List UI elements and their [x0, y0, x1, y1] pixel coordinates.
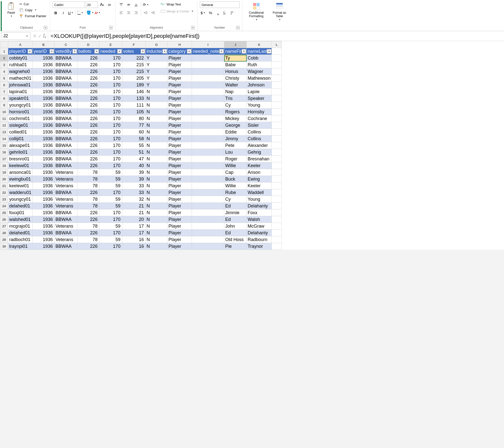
cell[interactable]: Player	[168, 135, 192, 142]
cell[interactable]	[272, 109, 282, 115]
cell[interactable]: 226	[77, 156, 99, 162]
cell[interactable]: Young	[247, 102, 272, 109]
cell[interactable]	[192, 142, 224, 149]
cell[interactable]: 170	[99, 243, 122, 250]
cell[interactable]: N	[146, 149, 168, 156]
number-format-select[interactable]	[200, 1, 240, 8]
cell[interactable]: 170	[99, 102, 122, 109]
cell[interactable]	[272, 115, 282, 122]
column-header[interactable]: C	[55, 41, 77, 48]
select-all-corner[interactable]	[0, 41, 8, 48]
column-header[interactable]: H	[168, 41, 192, 48]
enter-formula-icon[interactable]: ✓	[38, 33, 42, 39]
cell[interactable]: BBWAA	[55, 216, 77, 223]
cell[interactable]: BBWAA	[55, 135, 77, 142]
cell[interactable]: N	[146, 216, 168, 223]
cell[interactable]: Christy	[224, 75, 247, 82]
align-top-button[interactable]	[118, 1, 124, 8]
font-name-input[interactable]	[53, 1, 85, 8]
decrease-indent-button[interactable]	[143, 9, 149, 16]
cell[interactable]: Player	[168, 55, 192, 62]
cell[interactable]: keelewi01	[8, 162, 33, 169]
cell[interactable]: BBWAA	[55, 68, 77, 75]
cell[interactable]: 59	[99, 183, 122, 189]
cell[interactable]: BBWAA	[55, 189, 77, 196]
cell[interactable]: 111	[122, 102, 146, 109]
cell[interactable]: Player	[168, 115, 192, 122]
cell[interactable]: 1936	[33, 176, 55, 183]
cell[interactable]: Foxx	[247, 209, 272, 216]
cell[interactable]: Wagner	[247, 68, 272, 75]
cell[interactable]: Pete	[224, 142, 247, 149]
cell[interactable]: colliji01	[8, 135, 33, 142]
cell[interactable]: BBWAA	[55, 230, 77, 236]
dialog-launcher-icon[interactable]: ⬊	[236, 26, 240, 29]
dialog-launcher-icon[interactable]: ⬊	[191, 26, 195, 29]
row-header[interactable]: 30	[0, 243, 8, 250]
cell[interactable]: N	[146, 230, 168, 236]
cell[interactable]	[272, 48, 282, 55]
comma-format-button[interactable]: ,	[215, 9, 221, 16]
cell[interactable]: 16	[122, 243, 146, 250]
cell[interactable]: 78	[77, 223, 99, 230]
cell[interactable]	[272, 122, 282, 129]
row-header[interactable]: 18	[0, 162, 8, 169]
cell[interactable]: BBWAA	[55, 149, 77, 156]
cell[interactable]	[272, 82, 282, 88]
cell[interactable]: 1936	[33, 196, 55, 203]
cell[interactable]: 1936	[33, 189, 55, 196]
cell[interactable]: BBWAA	[55, 55, 77, 62]
cell[interactable]: Veterans	[55, 176, 77, 183]
cell[interactable]: 226	[77, 68, 99, 75]
cell[interactable]: BBWAA	[55, 88, 77, 95]
cell[interactable]	[192, 122, 224, 129]
cell[interactable]: keelewi01	[8, 183, 33, 189]
cell[interactable]	[192, 203, 224, 209]
format-painter-button[interactable]: Format Painter	[18, 13, 47, 19]
cell[interactable]: N	[146, 183, 168, 189]
cell[interactable]	[272, 243, 282, 250]
cell[interactable]	[192, 230, 224, 236]
cell[interactable]: 226	[77, 75, 99, 82]
row-header[interactable]: 3	[0, 62, 8, 68]
cell[interactable]: Honus	[224, 68, 247, 75]
cell[interactable]: Nap	[224, 88, 247, 95]
cell[interactable]: 47	[122, 156, 146, 162]
cell[interactable]: George	[224, 122, 247, 129]
cell[interactable]: Player	[168, 196, 192, 203]
cell[interactable]: 170	[99, 230, 122, 236]
table-column-header[interactable]: nameLast▼	[247, 48, 272, 55]
cell[interactable]: Walter	[224, 82, 247, 88]
cell[interactable]: speaktr01	[8, 95, 33, 102]
cell[interactable]: Cochrane	[247, 115, 272, 122]
cell[interactable]	[272, 142, 282, 149]
cell[interactable]: Player	[168, 142, 192, 149]
cell[interactable]: Player	[168, 169, 192, 176]
cell[interactable]: Player	[168, 162, 192, 169]
cell[interactable]: Rogers	[224, 109, 247, 115]
cell[interactable]: Player	[168, 82, 192, 88]
cell[interactable]	[272, 102, 282, 109]
column-header[interactable]: L	[272, 41, 282, 48]
cell[interactable]: BBWAA	[55, 162, 77, 169]
cell[interactable]: 133	[122, 95, 146, 102]
cell[interactable]: Y	[146, 62, 168, 68]
row-header[interactable]: 13	[0, 129, 8, 135]
cell[interactable]: Y	[146, 75, 168, 82]
spreadsheet-grid[interactable]: ABCDEFGHIJKL1playerID▼yearID▼votedBy▼bal…	[0, 41, 504, 250]
cell[interactable]: Veterans	[55, 183, 77, 189]
cell[interactable]	[272, 169, 282, 176]
cell[interactable]: 59	[99, 169, 122, 176]
cell[interactable]	[192, 176, 224, 183]
table-column-header[interactable]: category▼	[168, 48, 192, 55]
cell[interactable]: BBWAA	[55, 62, 77, 68]
cell[interactable]: gehrilo01	[8, 149, 33, 156]
font-color-button[interactable]: A▼	[94, 9, 101, 16]
cell[interactable]: Veterans	[55, 203, 77, 209]
dialog-launcher-icon[interactable]: ⬊	[109, 26, 113, 29]
cell[interactable]: 170	[99, 122, 122, 129]
cell[interactable]: 170	[99, 216, 122, 223]
cell[interactable]: 21	[122, 209, 146, 216]
cell[interactable]	[192, 236, 224, 243]
cell[interactable]: 1936	[33, 183, 55, 189]
